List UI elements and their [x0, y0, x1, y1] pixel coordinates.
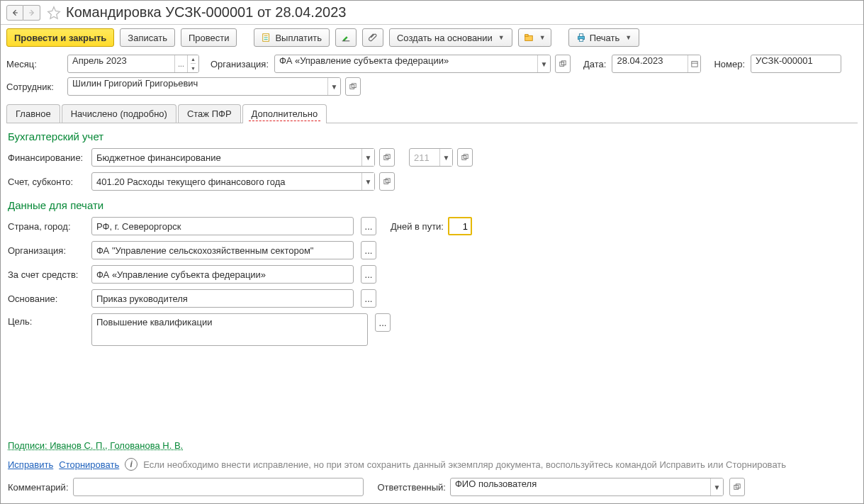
- back-button[interactable]: [6, 5, 23, 21]
- print-button[interactable]: Печать▼: [568, 28, 640, 47]
- financing-dropdown[interactable]: ▼: [361, 149, 374, 166]
- comment-input[interactable]: [73, 478, 364, 496]
- month-more-button[interactable]: ...: [174, 55, 187, 72]
- tab-bar: Главное Начислено (подробно) Стаж ПФР До…: [6, 104, 858, 123]
- month-input[interactable]: Апрель 2023 ... ▲▼: [67, 55, 199, 73]
- account-label: Счет, субконто:: [8, 177, 87, 187]
- toolbar: Провести и закрыть Записать Провести Вып…: [1, 25, 863, 50]
- folder-icon: [524, 33, 534, 43]
- title-bar: Командировка УСЗК-000001 от 28.04.2023: [1, 1, 863, 25]
- document-icon: [262, 33, 271, 43]
- create-based-on-button[interactable]: Создать на основании▼: [389, 28, 512, 47]
- financing-label: Финансирование:: [8, 152, 87, 163]
- month-label: Месяц:: [6, 59, 64, 69]
- employee-dropdown[interactable]: ▼: [327, 78, 340, 95]
- employee-input[interactable]: Шилин Григорий Григорьевич ▼: [67, 77, 341, 96]
- footer: Подписи: Иванов С. П., Голованова Н. В. …: [1, 436, 863, 503]
- storno-link[interactable]: Сторнировать: [59, 459, 119, 470]
- window-title: Командировка УСЗК-000001 от 28.04.2023: [66, 4, 346, 21]
- employee-label: Сотрудник:: [6, 82, 64, 92]
- responsible-label: Ответственный:: [378, 482, 446, 493]
- svg-rect-8: [525, 35, 528, 37]
- org-open-button[interactable]: [555, 55, 571, 73]
- date-picker-button[interactable]: [688, 55, 700, 72]
- save-button[interactable]: Записать: [120, 28, 175, 47]
- arrow-right-icon: [28, 9, 36, 17]
- country-input[interactable]: РФ, г. Североргорск: [91, 217, 354, 235]
- org-label: Организация:: [211, 59, 269, 69]
- responsible-dropdown[interactable]: ▼: [710, 478, 723, 495]
- financing-input[interactable]: Бюджетное финансирование ▼: [91, 148, 375, 167]
- signatures-link[interactable]: Подписи: Иванов С. П., Голованова Н. В.: [8, 440, 183, 451]
- tab-main[interactable]: Главное: [6, 104, 60, 123]
- paperclip-icon: [368, 33, 378, 43]
- svg-rect-14: [692, 62, 697, 67]
- external-icon: [383, 178, 391, 185]
- printdata-title: Данные для печати: [8, 199, 856, 211]
- marker-icon: [341, 33, 351, 43]
- kosgu-open-button[interactable]: [457, 148, 473, 167]
- tab-accrued[interactable]: Начислено (подробно): [62, 104, 176, 123]
- printer-icon: [576, 33, 586, 43]
- accounting-title: Бухгалтерский учет: [8, 130, 856, 142]
- goal-label: Цель:: [8, 313, 87, 327]
- number-label: Номер:: [714, 59, 745, 69]
- correct-link[interactable]: Исправить: [8, 459, 53, 470]
- date-label: Дата:: [583, 59, 606, 69]
- star-icon: [47, 6, 61, 20]
- post-button[interactable]: Провести: [181, 28, 237, 47]
- goal-input[interactable]: Повышение квалификации: [91, 313, 368, 346]
- basis-input[interactable]: Приказ руководителя: [91, 289, 354, 308]
- funds-more-button[interactable]: ...: [361, 265, 376, 284]
- content-area: Бухгалтерский учет Финансирование: Бюдже…: [1, 123, 863, 436]
- basis-label: Основание:: [8, 293, 87, 304]
- correction-hint: Если необходимо внести исправление, но п…: [143, 459, 786, 470]
- tab-extra[interactable]: Дополнительно: [242, 104, 327, 123]
- external-icon: [461, 154, 469, 161]
- print-org-more-button[interactable]: ...: [361, 241, 376, 259]
- date-input[interactable]: 28.04.2023: [612, 55, 701, 73]
- external-icon: [349, 83, 357, 90]
- responsible-input[interactable]: ФИО пользователя ▼: [450, 478, 724, 496]
- favorite-button[interactable]: [46, 5, 62, 21]
- org-dropdown[interactable]: ▼: [537, 55, 550, 72]
- kosgu-dropdown[interactable]: ▼: [439, 149, 452, 166]
- days-input[interactable]: [448, 217, 472, 235]
- comment-label: Комментарий:: [8, 482, 69, 493]
- external-icon: [734, 483, 741, 491]
- tab-pfr[interactable]: Стаж ПФР: [178, 104, 241, 123]
- svg-rect-11: [579, 39, 583, 42]
- account-dropdown[interactable]: ▼: [361, 173, 374, 190]
- svg-rect-6: [342, 40, 350, 41]
- basis-more-button[interactable]: ...: [361, 289, 376, 308]
- financing-open-button[interactable]: [379, 148, 395, 167]
- header-form: Месяц: Апрель 2023 ... ▲▼ Организация: Ф…: [1, 50, 863, 101]
- account-input[interactable]: 401.20 Расходы текущего финансового года…: [91, 172, 375, 191]
- forward-button[interactable]: [23, 5, 40, 21]
- external-icon: [559, 60, 566, 67]
- print-org-label: Организация:: [8, 245, 87, 256]
- country-label: Страна, город:: [8, 221, 87, 232]
- funds-label: За счет средств:: [8, 269, 87, 280]
- post-and-close-button[interactable]: Провести и закрыть: [6, 28, 114, 47]
- goal-more-button[interactable]: ...: [375, 313, 391, 332]
- app-window: Командировка УСЗК-000001 от 28.04.2023 П…: [0, 0, 864, 504]
- external-icon: [383, 154, 391, 161]
- pay-button[interactable]: Выплатить: [254, 28, 330, 47]
- responsible-open-button[interactable]: [729, 478, 745, 496]
- registry-button[interactable]: ▼: [518, 28, 551, 47]
- funds-input[interactable]: ФА «Управление субъекта федерации»: [91, 265, 354, 284]
- info-icon: i: [125, 458, 138, 471]
- kosgu-input[interactable]: 211 ▼: [409, 148, 453, 167]
- org-input[interactable]: ФА «Управление субъекта федерации» ▼: [274, 55, 551, 73]
- number-input[interactable]: УСЗК-000001: [751, 55, 841, 73]
- print-org-input[interactable]: ФА "Управление сельскохозяйственным сект…: [91, 241, 354, 259]
- highlight-button[interactable]: [335, 28, 357, 47]
- calendar-icon: [691, 60, 698, 67]
- employee-open-button[interactable]: [345, 77, 361, 96]
- month-spinner[interactable]: ▲▼: [187, 55, 198, 72]
- account-open-button[interactable]: [379, 172, 395, 191]
- svg-rect-10: [579, 34, 583, 37]
- country-more-button[interactable]: ...: [361, 217, 376, 235]
- attach-button[interactable]: [362, 28, 383, 47]
